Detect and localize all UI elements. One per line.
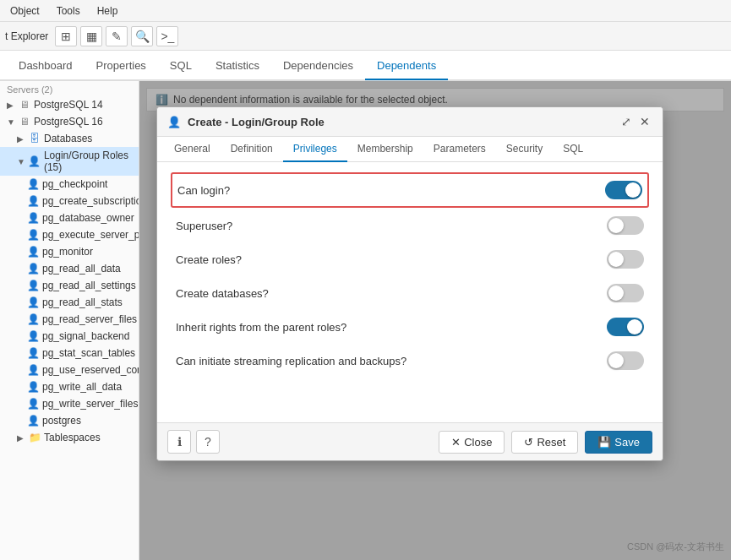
sidebar-item-tablespaces[interactable]: ▶ 📁 Tablespaces — [0, 429, 139, 446]
modal-tab-general[interactable]: General — [164, 137, 221, 162]
sidebar-item-pg-stat-scan-tables[interactable]: 👤 pg_stat_scan_tables — [0, 345, 139, 362]
sidebar-item-label: pg_write_server_files — [42, 398, 138, 410]
tab-dependencies[interactable]: Dependencies — [271, 52, 365, 80]
sidebar-item-pg-read-all-settings[interactable]: 👤 pg_read_all_settings — [0, 277, 139, 294]
toggle-superuser[interactable] — [607, 216, 644, 235]
sidebar-item-login-group-roles[interactable]: ▼ 👤 Login/Group Roles (15) — [0, 147, 139, 176]
toggle-thumb — [608, 218, 624, 233]
toggle-create-roles[interactable] — [607, 250, 644, 269]
sidebar-item-pg-read-all-data[interactable]: 👤 pg_read_all_data — [0, 260, 139, 277]
toggle-create-databases[interactable] — [607, 284, 644, 302]
tab-dashboard[interactable]: Dashboard — [7, 52, 85, 80]
modal-tab-privileges[interactable]: Privileges — [283, 137, 347, 162]
expand-icon: ▶ — [17, 134, 25, 144]
toolbar-grid-btn[interactable]: ▦ — [80, 26, 102, 46]
sidebar-item-pg-monitor[interactable]: 👤 pg_monitor — [0, 243, 139, 260]
menu-tools[interactable]: Tools — [53, 3, 84, 19]
modal-title: Create - Login/Group Role — [188, 116, 612, 128]
sidebar-item-pg-use-reserved-conn[interactable]: 👤 pg_use_reserved_conn... — [0, 362, 139, 378]
server-icon: 🖥 — [19, 99, 30, 111]
tablespace-icon: 📁 — [29, 432, 41, 443]
sidebar-item-pg-write-all-data[interactable]: 👤 pg_write_all_data — [0, 378, 139, 395]
menu-object[interactable]: Object — [7, 3, 43, 19]
sidebar-item-pg-read-server-files[interactable]: 👤 pg_read_server_files — [0, 311, 139, 328]
menu-help[interactable]: Help — [94, 3, 122, 19]
maximize-button[interactable]: ⤢ — [619, 114, 634, 129]
right-content: ℹ️ No dependent information is available… — [139, 81, 731, 560]
role-item-icon: 👤 — [27, 178, 39, 190]
servers-label: Servers (2) — [0, 81, 139, 96]
close-button[interactable]: ✕ Close — [439, 431, 505, 454]
toggle-inherit-rights[interactable] — [607, 318, 644, 336]
sidebar-item-label: pg_read_all_data — [42, 263, 121, 275]
sidebar-item-postgres[interactable]: 👤 postgres — [0, 412, 139, 429]
expand-icon: ▶ — [17, 433, 25, 443]
save-label: Save — [614, 436, 640, 449]
modal-tab-membership[interactable]: Membership — [347, 137, 423, 162]
sidebar-item-label: Tablespaces — [44, 432, 101, 443]
modal-tabs: General Definition Privileges Membership… — [157, 137, 663, 162]
role-item-icon: 👤 — [27, 246, 39, 258]
role-item-icon: 👤 — [27, 398, 39, 410]
toolbar-table-btn[interactable]: ⊞ — [55, 26, 77, 46]
expand-icon: ▶ — [7, 101, 15, 110]
info-button[interactable]: ℹ — [167, 430, 191, 454]
sidebar-item-pg-write-server-files[interactable]: 👤 pg_write_server_files — [0, 395, 139, 412]
role-item-icon: 👤 — [27, 381, 39, 393]
sidebar-item-pg-database-owner[interactable]: 👤 pg_database_owner — [0, 209, 139, 226]
sidebar-item-label: pg_use_reserved_conn... — [42, 364, 139, 376]
reset-label: Reset — [537, 436, 565, 449]
sidebar-item-pg-read-all-stats[interactable]: 👤 pg_read_all_stats — [0, 294, 139, 311]
sidebar-item-pg-checkpoint[interactable]: 👤 pg_checkpoint — [0, 176, 139, 193]
main-content: Servers (2) ▶ 🖥 PostgreSQL 14 ▼ 🖥 Postgr… — [0, 81, 731, 560]
reset-button[interactable]: ↺ Reset — [511, 431, 578, 454]
sidebar-item-label: pg_signal_backend — [42, 330, 129, 342]
sidebar-item-label: pg_stat_scan_tables — [42, 347, 135, 359]
toolbar-terminal-btn[interactable]: >_ — [156, 26, 178, 46]
sidebar-item-label: pg_create_subscription — [42, 195, 139, 207]
modal-tab-security[interactable]: Security — [496, 137, 553, 162]
close-button[interactable]: ✕ — [637, 114, 652, 129]
sidebar-item-label: postgres — [42, 415, 81, 427]
tab-statistics[interactable]: Statistics — [204, 52, 271, 80]
role-item-icon: 👤 — [27, 313, 39, 325]
nav-tabs: Dashboard Properties SQL Statistics Depe… — [0, 51, 731, 81]
toggle-thumb — [608, 252, 624, 267]
server-icon: 🖥 — [19, 116, 30, 128]
expand-icon: ▼ — [7, 117, 15, 127]
sidebar-item-pg-create-subscription[interactable]: 👤 pg_create_subscription — [0, 193, 139, 209]
toggle-streaming[interactable] — [607, 351, 644, 370]
field-label-inherit-rights: Inherit rights from the parent roles? — [176, 321, 607, 334]
role-item-icon: 👤 — [27, 280, 39, 291]
role-item-icon: 👤 — [27, 330, 39, 342]
role-item-icon: 👤 — [27, 229, 39, 241]
menu-bar: Object Tools Help — [0, 0, 731, 22]
sidebar-item-label: pg_database_owner — [42, 212, 134, 224]
toolbar-search-btn[interactable]: 🔍 — [131, 26, 153, 46]
field-label-superuser: Superuser? — [176, 220, 607, 232]
field-row-create-databases: Create databases? — [171, 277, 649, 309]
save-button[interactable]: 💾 Save — [585, 431, 652, 454]
toggle-thumb — [608, 285, 624, 301]
toggle-can-login[interactable] — [605, 181, 642, 199]
tab-properties[interactable]: Properties — [85, 52, 158, 80]
modal-tab-parameters[interactable]: Parameters — [423, 137, 496, 162]
modal-tab-sql[interactable]: SQL — [553, 137, 593, 162]
sidebar-item-pg-execute-server-pro[interactable]: 👤 pg_execute_server_pro... — [0, 226, 139, 243]
role-item-icon: 👤 — [27, 195, 39, 207]
sidebar-item-label: Databases — [44, 133, 92, 144]
sidebar-item-pg-signal-backend[interactable]: 👤 pg_signal_backend — [0, 328, 139, 345]
help-button[interactable]: ? — [196, 430, 220, 454]
field-row-superuser: Superuser? — [171, 209, 649, 242]
tab-sql[interactable]: SQL — [158, 52, 204, 80]
sidebar-item-databases[interactable]: ▶ 🗄 Databases — [0, 130, 139, 147]
sidebar-item-label: pg_write_all_data — [42, 381, 122, 393]
toolbar-edit-btn[interactable]: ✎ — [106, 26, 128, 46]
sidebar-item-postgres14[interactable]: ▶ 🖥 PostgreSQL 14 — [0, 96, 139, 113]
tab-dependents[interactable]: Dependents — [365, 52, 448, 80]
sidebar-item-postgres16[interactable]: ▼ 🖥 PostgreSQL 16 — [0, 113, 139, 130]
save-icon: 💾 — [597, 436, 611, 449]
modal-tab-definition[interactable]: Definition — [221, 137, 283, 162]
toolbar: t Explorer ⊞ ▦ ✎ 🔍 >_ — [0, 22, 731, 51]
sidebar-item-label: PostgreSQL 16 — [34, 116, 103, 128]
